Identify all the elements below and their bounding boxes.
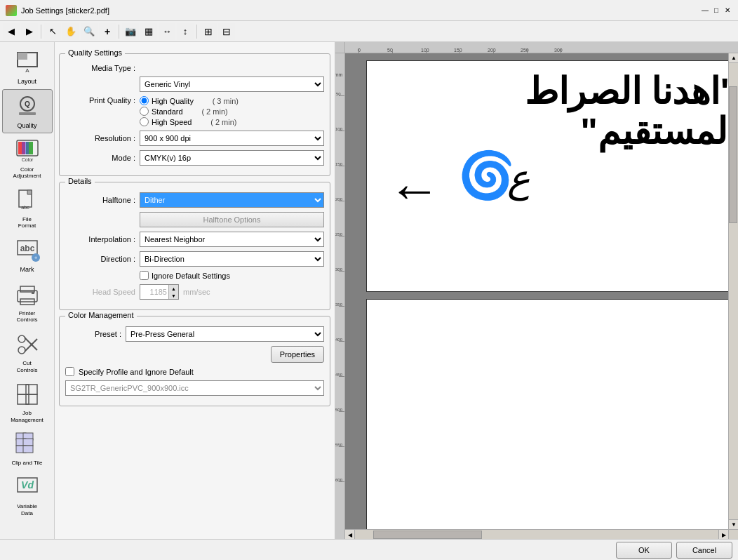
grid-button[interactable]: ▦	[140, 23, 157, 40]
sidebar-label-printer-controls: PrinterControls	[17, 310, 38, 324]
head-speed-down-button[interactable]: ▼	[168, 292, 178, 299]
maximize-button[interactable]: □	[711, 6, 721, 15]
sidebar-item-cut-controls[interactable]: CutControls	[2, 327, 53, 377]
svg-rect-18	[20, 286, 34, 292]
svg-rect-20	[32, 292, 34, 294]
standard-time: ( 2 min)	[186, 107, 228, 116]
select-tool-button[interactable]: ↖	[44, 23, 61, 40]
svg-rect-32	[23, 439, 33, 446]
scrollbar-thumb[interactable]	[729, 86, 737, 223]
high-quality-radio[interactable]	[140, 96, 149, 105]
scrollbar-h-thumb[interactable]	[373, 531, 482, 539]
sidebar-label-job-management: JobManagement	[11, 410, 43, 423]
media-type-select[interactable]: Generic Vinyl	[140, 76, 324, 92]
specify-profile-checkbox[interactable]	[65, 367, 74, 376]
ignore-default-row: Ignore Default Settings	[65, 271, 324, 280]
file-format-icon: abc	[13, 187, 41, 215]
zoom-in-view-button[interactable]: ⊞	[200, 23, 217, 40]
close-button[interactable]: ✕	[723, 6, 732, 15]
job-management-icon	[13, 380, 41, 408]
camera-button[interactable]: 📷	[122, 23, 139, 40]
scrollbar-up-button[interactable]: ▲	[729, 53, 738, 63]
head-speed-up-button[interactable]: ▲	[168, 285, 178, 292]
ignore-default-checkbox[interactable]	[140, 271, 149, 280]
halftone-options-button[interactable]: Halftone Options	[140, 212, 324, 227]
media-type-select-row: Generic Vinyl	[65, 76, 324, 92]
mark-icon: abc +	[13, 236, 41, 265]
high-quality-label: High Quality	[152, 97, 194, 105]
svg-text:Q: Q	[25, 100, 30, 108]
profile-select[interactable]: SG2TR_GenericPVC_900x900.icc	[65, 380, 324, 396]
back-button[interactable]: ◀	[3, 23, 20, 40]
head-speed-input[interactable]	[140, 285, 168, 299]
flip-h-button[interactable]: ↔	[159, 23, 175, 40]
properties-row: Properties	[65, 346, 324, 363]
sidebar-item-job-management[interactable]: JobManagement	[2, 377, 53, 427]
sidebar-item-mark[interactable]: abc + Mark	[2, 233, 53, 277]
ruler-top: 0 50 100 150 200 250 300	[335, 42, 738, 53]
scrollbar-track	[729, 63, 738, 519]
zoom-out-view-button[interactable]: ⊟	[218, 23, 235, 40]
scrollbar-right-button[interactable]: ▶	[718, 530, 728, 539]
calligraphy-shape: ع	[507, 156, 530, 201]
high-quality-time: ( 3 min)	[196, 97, 239, 105]
scrollbar-left-button[interactable]: ◀	[345, 530, 355, 539]
high-speed-radio[interactable]	[140, 117, 149, 126]
minimize-button[interactable]: —	[700, 6, 710, 15]
svg-text:Color: Color	[21, 157, 33, 162]
resolution-label: Resolution :	[65, 134, 135, 142]
specify-profile-label: Specify Profile and Ignore Default	[79, 368, 194, 376]
ignore-default-checkbox-row: Ignore Default Settings	[140, 271, 230, 280]
svg-text:abc: abc	[21, 205, 29, 210]
halftone-select[interactable]: Dither	[140, 192, 324, 208]
svg-text:+: +	[34, 255, 37, 261]
specify-profile-row: Specify Profile and Ignore Default	[65, 367, 324, 376]
quality-settings-group: Quality Settings Media Type : Generic Vi…	[59, 53, 330, 176]
status-bar: OK Cancel	[0, 539, 738, 560]
preset-select[interactable]: Pre-Press General	[126, 326, 324, 342]
mode-label: Mode :	[65, 154, 135, 162]
properties-button[interactable]: Properties	[271, 346, 324, 363]
swirl-shape: 🌀	[458, 149, 515, 202]
sidebar-item-quality[interactable]: Q Quality	[2, 89, 53, 133]
svg-rect-1	[18, 53, 27, 60]
svg-rect-9	[22, 142, 29, 154]
zoom-in-button[interactable]: +	[99, 23, 116, 40]
direction-select[interactable]: Bi-Direction	[140, 251, 324, 267]
flip-v-button[interactable]: ↕	[177, 23, 194, 40]
ignore-default-label: Ignore Default Settings	[152, 272, 230, 280]
cancel-button[interactable]: Cancel	[676, 542, 732, 559]
svg-text:abc: abc	[20, 244, 34, 253]
sidebar-item-color-adjustment[interactable]: Color ColorAdjustment	[2, 133, 53, 183]
print-quality-row: Print Quality : High Quality ( 3 min) St…	[65, 96, 324, 126]
scrollbar-down-button[interactable]: ▼	[729, 519, 738, 529]
sidebar-item-layout[interactable]: A Layout	[2, 45, 53, 89]
svg-rect-25	[18, 385, 29, 394]
svg-rect-5	[19, 112, 36, 115]
sidebar-item-printer-controls[interactable]: PrinterControls	[2, 277, 53, 327]
media-type-label: Media Type :	[65, 64, 135, 72]
mode-select[interactable]: CMYK(v) 16p	[140, 150, 324, 166]
scrollbar-horizontal[interactable]: ◀ ▶	[345, 529, 728, 539]
sidebar-item-file-format[interactable]: abc FileFormat	[2, 183, 53, 233]
printer-controls-icon	[13, 281, 41, 309]
cut-controls-icon	[13, 331, 41, 359]
ruler-left: mm 50 100 150 200 250 300 350 400 450	[335, 53, 345, 539]
svg-text:A: A	[25, 67, 29, 74]
high-speed-label: High Speed	[152, 118, 192, 126]
resolution-select[interactable]: 900 x 900 dpi	[140, 131, 324, 146]
pan-tool-button[interactable]: ✋	[62, 23, 79, 40]
main-layout: A Layout Q Quality	[0, 42, 738, 539]
scrollbar-vertical[interactable]: ▲ ▼	[728, 53, 738, 529]
canvas-content: "اهدنا الصراط المستقيم" → 🌀 ع ▲ ▼	[345, 53, 738, 539]
interpolation-select[interactable]: Nearest Neighbor	[140, 232, 324, 247]
standard-radio[interactable]	[140, 107, 149, 116]
sidebar-item-variable-data[interactable]: Vd VariableData	[2, 470, 53, 520]
svg-line-24	[25, 339, 37, 352]
ok-button[interactable]: OK	[616, 542, 672, 559]
mode-row: Mode : CMYK(v) 16p	[65, 150, 324, 166]
zoom-tool-button[interactable]: 🔍	[81, 23, 98, 40]
forward-button[interactable]: ▶	[21, 23, 38, 40]
sidebar-item-clip-and-tile[interactable]: Clip and Tile	[2, 427, 53, 470]
svg-rect-28	[26, 394, 37, 404]
